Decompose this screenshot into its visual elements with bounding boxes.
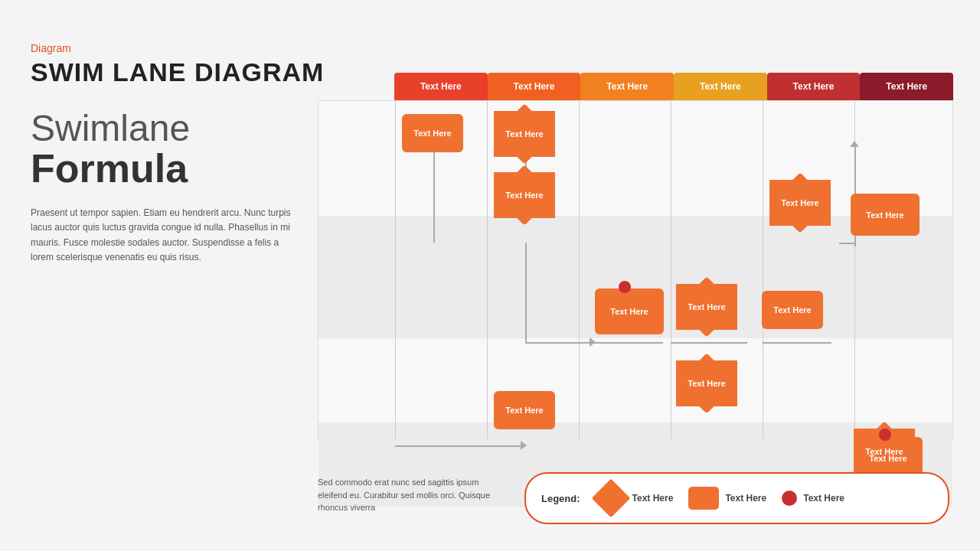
- tab-6[interactable]: Text Here: [860, 73, 953, 100]
- description: Praesent ut tempor sapien. Etiam eu hend…: [31, 206, 291, 265]
- conn-h4: [671, 342, 747, 344]
- vdiv-1: [395, 101, 396, 439]
- legend-item-2: Text Here: [688, 487, 766, 510]
- tab-3[interactable]: Text Here: [580, 73, 674, 100]
- conn-v3: [525, 243, 527, 342]
- page-title: SWIM LANE DIAGRAM: [31, 57, 329, 87]
- shape-col2-lower: Text Here: [494, 172, 555, 218]
- conn-h6: [839, 243, 854, 244]
- legend-dot-icon: [782, 491, 797, 506]
- dot-col3: [619, 281, 631, 293]
- legend-box: Sed commodo erat nunc sed sagittis ipsum…: [318, 472, 949, 524]
- legend-diamond-icon: [591, 479, 630, 518]
- slide: Diagram SWIM LANE DIAGRAM Swimlane Formu…: [0, 0, 980, 551]
- legend-rect-icon: [688, 487, 719, 510]
- diagram-area: Text Here Text Here Text Here Text Here …: [318, 73, 953, 440]
- shape-col4-diamond2: Text Here: [676, 360, 737, 406]
- conn-h5: [763, 342, 831, 344]
- vdiv-5: [763, 101, 763, 439]
- vdiv-2: [487, 101, 488, 439]
- shape-col2-bottom: Text Here: [494, 391, 555, 429]
- swimlane-formula: Formula: [31, 147, 329, 191]
- shape-col3-rect: Text Here: [595, 289, 664, 334]
- conn-h1: [525, 342, 594, 344]
- shape-col2-mid: Text Here: [494, 111, 555, 157]
- legend-item-2-text: Text Here: [725, 493, 766, 504]
- dot-col6: [879, 429, 891, 441]
- tab-2[interactable]: Text Here: [488, 73, 581, 100]
- legend-label: Legend:: [541, 493, 580, 504]
- vdiv-4: [671, 101, 671, 439]
- legend-panel: Legend: Text Here Text Here Text Here: [524, 472, 949, 524]
- diagram-label: Diagram: [31, 42, 329, 54]
- legend-item-3-text: Text Here: [803, 493, 844, 504]
- shape-col4-diamond: Text Here: [676, 284, 737, 330]
- arrow-3: [850, 141, 859, 147]
- tab-4[interactable]: Text Here: [674, 73, 767, 100]
- shape-col1-top: Text Here: [402, 114, 463, 152]
- vdiv-3: [579, 101, 580, 439]
- conn-v1: [433, 143, 435, 243]
- lane-3: [318, 338, 952, 422]
- shape-col5-diamond: Text Here: [769, 180, 831, 226]
- shape-col6-rect: Text Here: [851, 194, 920, 236]
- arrow-2: [521, 441, 527, 450]
- legend-item-3: Text Here: [782, 491, 844, 506]
- legend-item-1: Text Here: [596, 483, 674, 514]
- left-panel: Diagram SWIM LANE DIAGRAM Swimlane Formu…: [31, 42, 329, 265]
- tab-1[interactable]: Text Here: [394, 73, 488, 100]
- tab-5[interactable]: Text Here: [767, 73, 861, 100]
- shape-col5-rect: Text Here: [762, 291, 823, 329]
- header-tabs: Text Here Text Here Text Here Text Here …: [394, 73, 953, 100]
- swimlane-subtitle: Swimlane: [31, 110, 329, 147]
- legend-item-1-text: Text Here: [632, 493, 674, 504]
- conn-h3: [594, 342, 663, 344]
- legend-description: Sed commodo erat nunc sed sagittis ipsum…: [318, 476, 509, 514]
- conn-h2: [395, 445, 525, 447]
